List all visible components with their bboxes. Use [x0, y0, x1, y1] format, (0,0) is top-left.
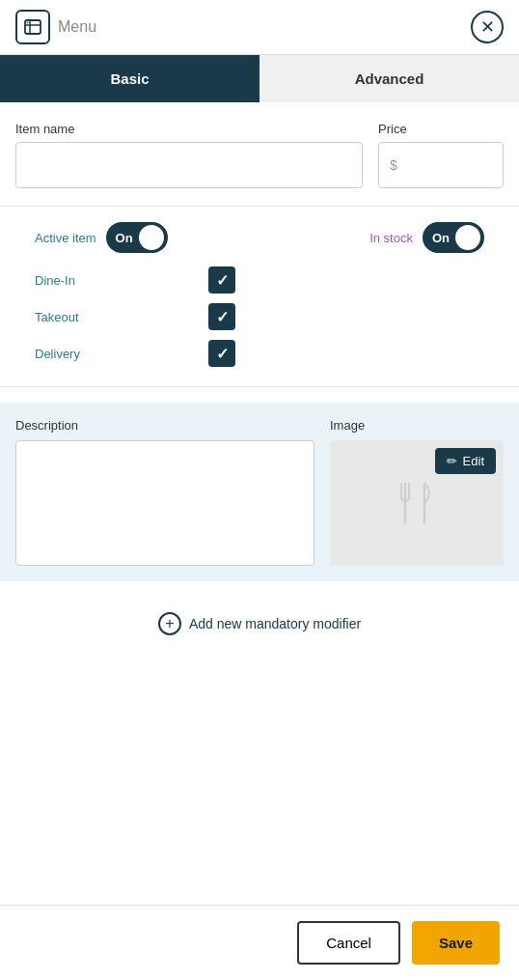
pencil-icon: ✏ — [447, 454, 457, 468]
active-item-toggle-group: Active item On — [35, 222, 168, 253]
toggles-section: Active item On In stock On — [15, 222, 504, 253]
delivery-label: Delivery — [35, 347, 208, 361]
food-placeholder-icon — [388, 474, 446, 532]
price-symbol: $ — [390, 157, 397, 173]
plus-circle-icon: + — [158, 612, 181, 635]
divider-1 — [0, 206, 519, 207]
in-stock-on-text: On — [432, 231, 450, 245]
in-stock-label: In stock — [369, 231, 413, 245]
price-field-group: Price $ — [378, 122, 504, 188]
dine-in-row: Dine-In ✓ — [35, 266, 484, 294]
description-label: Description — [15, 418, 314, 433]
content-spacer — [15, 651, 504, 885]
checkbox-section: Dine-In ✓ Takeout ✓ Delivery ✓ — [15, 266, 504, 367]
image-label: Image — [330, 418, 504, 433]
in-stock-toggle-group: In stock On — [369, 222, 484, 253]
main-content: Item name Price $ Active item On — [0, 102, 519, 905]
price-label: Price — [378, 122, 504, 136]
in-stock-toggle[interactable]: On — [423, 222, 484, 253]
fields-row: Item name Price $ — [15, 122, 504, 188]
desc-image-section: Description Image ✏ Edit — [0, 403, 519, 581]
dine-in-checkbox[interactable]: ✓ — [208, 266, 235, 294]
save-button[interactable]: Save — [412, 921, 500, 965]
menu-title: Menu — [58, 18, 96, 36]
cancel-button[interactable]: Cancel — [297, 921, 400, 965]
close-button[interactable]: ✕ — [471, 11, 504, 43]
active-item-on-text: On — [116, 231, 133, 245]
modal-header: Menu ✕ — [0, 0, 519, 55]
tab-basic[interactable]: Basic — [0, 55, 260, 102]
item-name-input[interactable] — [15, 142, 363, 188]
active-item-toggle[interactable]: On — [106, 222, 168, 253]
item-name-label: Item name — [15, 122, 363, 136]
add-modifier-button[interactable]: + Add new mandatory modifier — [15, 597, 504, 651]
divider-2 — [0, 386, 519, 387]
image-column: Image ✏ Edit — [330, 418, 504, 566]
dine-in-checkmark: ✓ — [216, 271, 229, 290]
edit-image-button[interactable]: ✏ Edit — [435, 448, 496, 474]
description-textarea[interactable] — [15, 440, 314, 566]
header-left: Menu — [15, 10, 96, 44]
tab-advanced[interactable]: Advanced — [260, 55, 519, 102]
delivery-checkmark: ✓ — [216, 345, 229, 363]
delivery-row: Delivery ✓ — [35, 340, 484, 367]
active-item-label: Active item — [35, 231, 96, 245]
svg-point-3 — [27, 22, 29, 24]
in-stock-toggle-circle — [455, 225, 480, 250]
active-item-toggle-circle — [139, 225, 164, 250]
delivery-checkbox[interactable]: ✓ — [208, 340, 235, 367]
takeout-checkmark: ✓ — [216, 308, 229, 326]
takeout-label: Takeout — [35, 310, 208, 324]
edit-button-label: Edit — [463, 454, 484, 468]
close-icon: ✕ — [480, 16, 495, 38]
takeout-checkbox[interactable]: ✓ — [208, 303, 235, 330]
dine-in-label: Dine-In — [35, 273, 208, 288]
menu-icon — [15, 10, 50, 44]
takeout-row: Takeout ✓ — [35, 303, 484, 330]
add-modifier-label: Add new mandatory modifier — [189, 616, 361, 631]
plus-icon: + — [165, 615, 174, 632]
price-input-wrapper: $ — [378, 142, 504, 188]
modal-footer: Cancel Save — [0, 905, 519, 980]
description-column: Description — [15, 418, 314, 566]
item-name-field-group: Item name — [15, 122, 363, 188]
modal-container: Menu ✕ Basic Advanced Item name Price $ — [0, 0, 519, 980]
tab-bar: Basic Advanced — [0, 55, 519, 102]
image-box: ✏ Edit — [330, 440, 504, 566]
